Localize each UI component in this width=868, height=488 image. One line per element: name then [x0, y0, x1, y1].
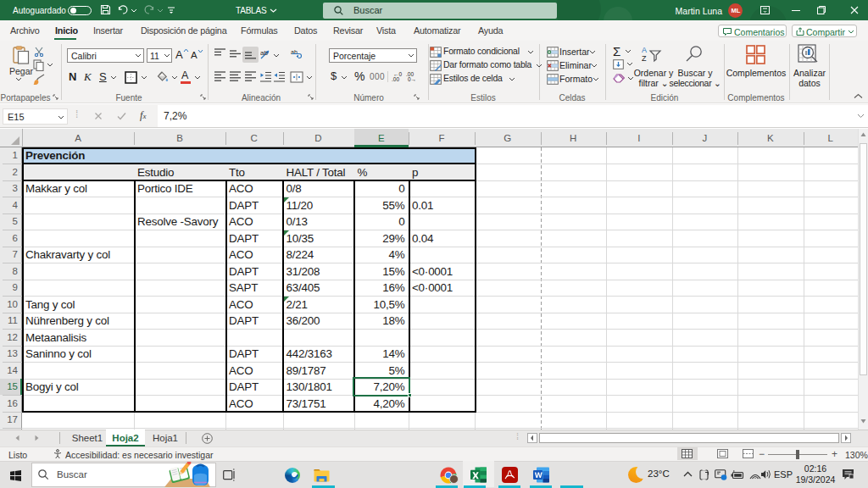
svg-text:ab: ab	[260, 49, 268, 57]
svg-text:A: A	[642, 46, 647, 54]
svg-text:.00: .00	[392, 76, 399, 82]
svg-text:Z: Z	[642, 54, 647, 63]
svg-text:0→: 0→	[408, 76, 416, 82]
